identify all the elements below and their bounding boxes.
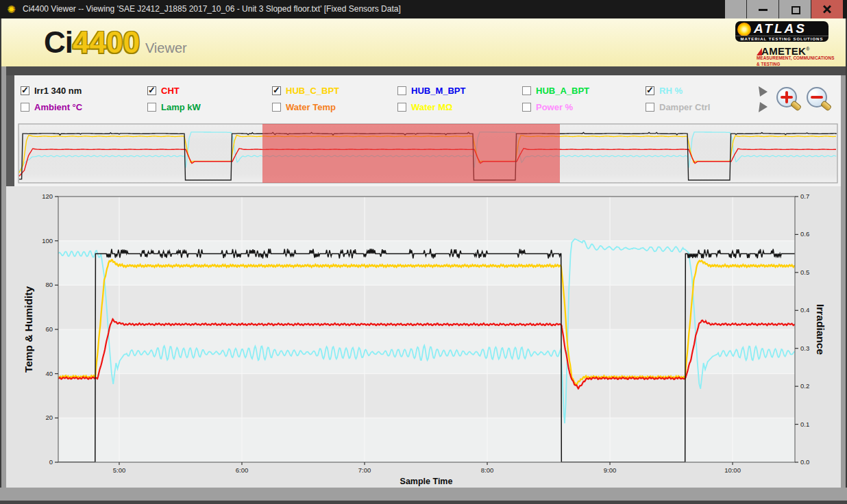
x-tick-label: 6:00 <box>236 466 249 474</box>
y-axis-title-left: Temp & Humidity <box>23 286 34 373</box>
overview-selection[interactable] <box>262 124 560 183</box>
atlas-sun-icon <box>737 23 751 36</box>
x-tick-label: 10:00 <box>724 466 741 474</box>
y-axis-title-right: Irradiance <box>815 304 826 355</box>
y-tick-label-right: 0.5 <box>800 268 809 276</box>
maximize-icon <box>791 6 800 14</box>
legend-label: Water Temp <box>286 102 336 112</box>
legend-label: RH % <box>659 86 683 96</box>
legend-label: Power % <box>536 102 573 112</box>
ametek-line2: & TESTING <box>757 62 834 68</box>
checkmark-icon: ✓ <box>21 85 29 95</box>
logo-ci: Ci <box>44 25 73 60</box>
pan-arrows[interactable] <box>758 85 769 114</box>
x-tick-label: 7:00 <box>358 466 371 474</box>
legend-label: Damper Ctrl <box>659 102 710 112</box>
legend-checkbox-damper-ctrl[interactable] <box>646 103 654 112</box>
legend-checkbox-power-[interactable] <box>522 103 531 112</box>
legend-checkbox-cht[interactable]: ✓ <box>147 86 156 95</box>
legend-label: Water MΩ <box>411 102 453 112</box>
y-tick-label-right: 0.2 <box>800 382 809 390</box>
y-tick-label-left: 100 <box>42 237 53 244</box>
legend-label: HUB_C_BPT <box>286 86 339 96</box>
app-icon: ✺ <box>5 3 17 15</box>
checkmark-icon: ✓ <box>148 85 156 95</box>
minimize-icon <box>759 9 768 11</box>
legend-label: HUB_M_BPT <box>411 86 465 96</box>
window-title: Ci4400 Viewer -- Viewing 'SAE J2412_J188… <box>23 4 401 14</box>
legend-label: Lamp kW <box>161 102 201 112</box>
app-logo: Ci4400Viewer <box>44 25 187 60</box>
window-frame-right <box>841 18 847 504</box>
legend-checkbox-hub-a-bpt[interactable] <box>522 86 531 95</box>
y-tick-label-right: 0.7 <box>800 192 809 200</box>
logo-model: 4400 <box>73 25 140 60</box>
y-tick-label-left: 80 <box>45 281 53 288</box>
legend-checkbox-lamp-kw[interactable] <box>147 103 156 112</box>
x-tick-label: 5:00 <box>113 466 126 474</box>
y-tick-label-right: 0.3 <box>800 344 809 352</box>
ametek-logo: AMETEK® MEASUREMENT, COMMUNICATIONS & TE… <box>757 47 834 67</box>
legend-label: HUB_A_BPT <box>536 86 589 96</box>
side-strip <box>6 75 14 186</box>
legend-checkbox-ambient-c[interactable] <box>21 103 29 112</box>
atlas-name: ATLAS <box>754 21 807 36</box>
pan-arrow-down-icon[interactable] <box>759 102 768 112</box>
y-tick-label-right: 0.0 <box>800 458 809 466</box>
legend-checkbox-water-m-[interactable] <box>397 103 406 112</box>
y-tick-label-right: 0.1 <box>800 420 809 428</box>
legend-label: Irr1 340 nm <box>34 86 82 96</box>
minimize-button[interactable] <box>746 0 778 18</box>
logo-viewer: Viewer <box>145 40 187 56</box>
x-tick-label: 8:00 <box>481 466 494 474</box>
y-tick-label-right: 0.4 <box>800 306 809 314</box>
ametek-name: AMETEK <box>761 47 806 55</box>
y-tick-label-left: 60 <box>45 325 53 333</box>
y-tick-label-right: 0.6 <box>800 230 809 238</box>
app-header: Ci4400Viewer ATLAS MATERIAL TESTING SOLU… <box>1 18 846 66</box>
y-tick-label-left: 40 <box>45 370 53 377</box>
legend-checkbox-rh-[interactable]: ✓ <box>646 86 654 95</box>
legend-checkbox-hub-m-bpt[interactable] <box>397 86 406 95</box>
window-frame-bottom <box>0 488 847 504</box>
y-tick-label-left: 20 <box>45 414 53 421</box>
checkmark-icon: ✓ <box>646 85 654 95</box>
x-tick-label: 9:00 <box>604 466 617 474</box>
checkmark-icon: ✓ <box>273 85 280 95</box>
legend-checkbox-hub-c-bpt[interactable]: ✓ <box>272 86 281 95</box>
x-axis-title: Sample Time <box>400 477 453 486</box>
zoom-out-icon <box>811 96 823 99</box>
window-frame-left <box>0 18 6 504</box>
title-bar: ✺ Ci4400 Viewer -- Viewing 'SAE J2412_J1… <box>0 0 847 18</box>
y-tick-label-left: 0 <box>49 458 53 466</box>
legend-checkbox-irr1-340-nm[interactable]: ✓ <box>21 86 29 95</box>
charts-svg: 0204060801001200.00.10.20.30.40.50.60.75… <box>0 0 847 504</box>
close-button[interactable] <box>811 0 843 18</box>
titlebar-button-strip <box>725 0 746 18</box>
maximize-button[interactable] <box>778 0 811 18</box>
zoom-out-button[interactable] <box>807 87 827 108</box>
legend-label: CHT <box>161 86 180 96</box>
y-tick-label-left: 120 <box>42 192 53 200</box>
header-divider <box>6 66 846 75</box>
atlas-tagline: MATERIAL TESTING SOLUTIONS <box>735 36 828 42</box>
legend-checkbox-water-temp[interactable] <box>272 103 281 112</box>
legend-label: Ambient °C <box>34 102 82 112</box>
atlas-logo: ATLAS MATERIAL TESTING SOLUTIONS <box>735 21 828 42</box>
ametek-line1: MEASUREMENT, COMMUNICATIONS <box>757 55 834 62</box>
pan-arrow-up-icon[interactable] <box>759 86 768 97</box>
zoom-in-button[interactable] <box>776 87 797 108</box>
